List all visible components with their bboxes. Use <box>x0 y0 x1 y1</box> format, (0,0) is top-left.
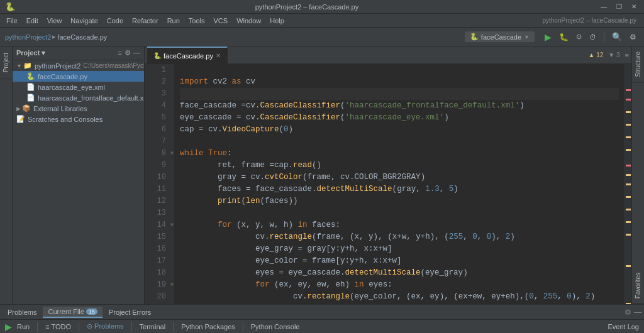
right-vert-tabs: Structure Favorites <box>631 46 644 304</box>
stripe-warn-10 <box>626 234 631 236</box>
current-file-badge: 15 <box>86 308 97 315</box>
menu-code[interactable]: Code <box>103 16 127 26</box>
tree-label-facexml: haarcascade_frontalface_default.xml <box>38 94 144 102</box>
breadcrumb-project[interactable]: pythonProject2 <box>5 33 51 41</box>
menu-tools[interactable]: Tools <box>185 16 209 26</box>
code-line-7 <box>180 136 619 148</box>
code-line-17: eye_color = frame[y:y+h, x:x+w] <box>180 255 619 267</box>
panel-title: Project ▾ <box>16 49 45 57</box>
menu-window[interactable]: Window <box>233 16 265 26</box>
menu-view[interactable]: View <box>43 16 66 26</box>
problems-tab-label: Problems <box>8 308 36 316</box>
project-tab-vert[interactable]: Project <box>0 46 12 79</box>
code-line-16: eye_gray = gray[y:y+h, x:x+w] <box>180 243 619 255</box>
problems-btn[interactable]: ⊙ Problems <box>87 322 124 330</box>
menu-bar: File Edit View Navigate Code Refactor Ru… <box>0 14 644 28</box>
stripe-err-3 <box>626 165 631 166</box>
fold-arrow-14[interactable]: ▼ <box>170 222 174 229</box>
panel-action-2[interactable]: ⚙ <box>125 49 131 57</box>
menu-run[interactable]: Run <box>164 16 184 26</box>
py-icon-facecascade: 🐍 <box>26 72 35 80</box>
stripe-warn-1 <box>626 111 631 113</box>
terminal-btn[interactable]: Terminal <box>140 323 166 330</box>
settings-button[interactable]: ⚙ <box>627 30 639 44</box>
folder-icon-root: 📁 <box>23 62 32 70</box>
code-line-4: face_cascade =cv.CascadeClassifier('haar… <box>180 100 619 112</box>
title-left: 🐍 <box>5 2 15 11</box>
code-line-2: import cv2 as cv <box>180 76 619 88</box>
editor-tabs-right: ▲ 12 ▼ 3 ≡ <box>589 52 629 59</box>
stripe-warn-8 <box>626 209 631 210</box>
bottom-tabs: Problems Current File 15 Project Errors … <box>0 304 644 319</box>
menu-refactor[interactable]: Refactor <box>128 16 162 26</box>
xml-icon-eye: 📄 <box>26 83 35 91</box>
menu-file[interactable]: File <box>3 16 21 26</box>
run-label: Run <box>17 323 30 330</box>
stripe-warn-6 <box>626 183 631 185</box>
tree-item-extlib[interactable]: ▶ 📦 External Libraries <box>13 103 144 114</box>
todo-btn[interactable]: ≡ TODO <box>45 323 71 330</box>
dropdown-arrow: ▼ <box>524 34 530 40</box>
tree-item-root[interactable]: ▼ 📁 pythonProject2 C:\Users\masask\Pycha… <box>13 60 144 71</box>
tab-py-icon: 🐍 <box>153 52 161 59</box>
fold-arrow-8[interactable]: ▼ <box>170 150 174 157</box>
project-errors-tab[interactable]: Project Errors <box>104 307 156 317</box>
run-config-dropdown[interactable]: 🐍 faceCascade ▼ <box>465 31 535 42</box>
maximize-btn[interactable]: ❐ <box>614 2 624 12</box>
bottom-gear-icon[interactable]: ⚙ <box>625 308 631 317</box>
favorites-tab-vert[interactable]: Favorites <box>632 268 644 304</box>
editor-tab-facecascade[interactable]: 🐍 faceCascade.py ✕ <box>147 46 228 63</box>
menu-navigate[interactable]: Navigate <box>67 16 101 26</box>
search-everywhere-button[interactable]: 🔍 <box>609 30 625 44</box>
tree-item-facecascade[interactable]: 🐍 faceCascade.py <box>13 71 144 82</box>
structure-tab-vert[interactable]: Structure <box>632 46 644 83</box>
code-line-6: cap = cv.VideoCapture(0) <box>180 124 619 136</box>
tree-item-scratches[interactable]: 📝 Scratches and Consoles <box>13 114 144 124</box>
window-title: pythonProject2 – faceCascade.py <box>15 3 599 11</box>
run-status-btn[interactable]: ▶ <box>5 322 12 332</box>
stripe-warn-4 <box>626 149 631 151</box>
tree-label-extlib: External Libraries <box>33 105 87 112</box>
python-console-btn[interactable]: Python Console <box>251 323 300 330</box>
close-btn[interactable]: ✕ <box>629 2 639 12</box>
code-content[interactable]: import cv2 as cv face_cascade =cv.Cascad… <box>175 64 624 304</box>
menu-vcs[interactable]: VCS <box>210 16 232 26</box>
menu-help[interactable]: Help <box>266 16 288 26</box>
code-line-5: eye_cascade = cv.CascadeClassifier('haar… <box>180 112 619 124</box>
editor-area: 🐍 faceCascade.py ✕ ▲ 12 ▼ 3 ≡ 1 2 3 4 5 … <box>145 46 631 304</box>
recent-files-btn[interactable]: ≡ <box>625 52 629 59</box>
debug-button[interactable]: 🐛 <box>557 30 571 44</box>
tab-close-btn[interactable]: ✕ <box>216 52 221 59</box>
bottom-close-icon[interactable]: — <box>634 308 641 317</box>
code-line-19: for (ex, ey, ew, eh) in eyes: <box>180 279 619 291</box>
profile-button[interactable]: ⏱ <box>587 30 599 44</box>
panel-action-3[interactable]: — <box>133 49 140 57</box>
tree-item-eyexml[interactable]: 📄 haarcascade_eye.xml <box>13 82 144 92</box>
stripe-warn-7 <box>626 196 631 198</box>
current-file-tab[interactable]: Current File 15 <box>43 307 102 318</box>
window-controls: — ❐ ✕ <box>599 2 639 12</box>
breakpoint-area: ▼ ▼ ▼ <box>170 64 175 304</box>
code-editor[interactable]: 1 2 3 4 5 6 7 8 9 10 11 12 13 14 15 16 1… <box>145 64 631 304</box>
run-button[interactable]: ▶ <box>542 30 554 44</box>
app-icon: 🐍 <box>5 2 15 11</box>
panel-action-1[interactable]: ≡ <box>118 49 122 57</box>
coverage-button[interactable]: ⊙ <box>574 30 584 44</box>
stripe-warn-5 <box>626 174 631 176</box>
python-packages-btn[interactable]: Python Packages <box>181 323 235 330</box>
project-errors-tab-label: Project Errors <box>109 308 151 316</box>
event-log-btn[interactable]: Event Log <box>608 323 639 330</box>
tree-label-scratches: Scratches and Consoles <box>28 116 103 123</box>
minimize-btn[interactable]: — <box>599 2 609 12</box>
tree-item-facexml[interactable]: 📄 haarcascade_frontalface_default.xml <box>13 92 144 103</box>
line-numbers: 1 2 3 4 5 6 7 8 9 10 11 12 13 14 15 16 1… <box>145 64 170 304</box>
toolbar: pythonProject2 ▸ faceCascade.py 🐍 faceCa… <box>0 28 644 46</box>
fold-arrow-19[interactable]: ▼ <box>170 281 174 288</box>
right-stripe <box>624 64 631 304</box>
stripe-warn-2 <box>626 124 631 126</box>
tree-label-facecascade: faceCascade.py <box>38 73 87 80</box>
stripe-warn-9 <box>626 221 631 223</box>
menu-edit[interactable]: Edit <box>23 16 42 26</box>
editor-tabs: 🐍 faceCascade.py ✕ ▲ 12 ▼ 3 ≡ <box>145 46 631 64</box>
problems-tab[interactable]: Problems <box>3 307 42 317</box>
